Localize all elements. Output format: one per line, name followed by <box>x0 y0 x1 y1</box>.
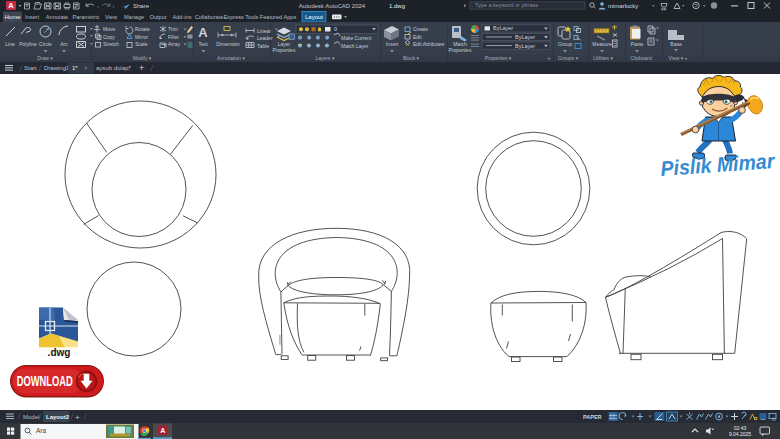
svg-text:Text: Text <box>198 41 208 47</box>
svg-text:A: A <box>198 25 208 40</box>
svg-text:1.dwg: 1.dwg <box>389 3 405 9</box>
svg-text:Utilities ▾: Utilities ▾ <box>593 55 614 61</box>
svg-text:Autodesk AutoCAD 2024: Autodesk AutoCAD 2024 <box>299 3 366 9</box>
svg-text:Ara: Ara <box>36 427 47 434</box>
svg-text:Parametric: Parametric <box>72 14 99 20</box>
svg-text:Clipboard: Clipboard <box>630 55 652 61</box>
svg-text:Fillet: Fillet <box>168 34 179 40</box>
svg-text:Drawing1: Drawing1 <box>44 65 70 71</box>
svg-text:+: + <box>75 413 80 422</box>
svg-text:Circle: Circle <box>39 41 52 47</box>
svg-text:Move: Move <box>103 26 115 32</box>
svg-text:Measure: Measure <box>592 41 612 47</box>
svg-text:Properties: Properties <box>449 47 472 53</box>
svg-text:Array: Array <box>168 41 180 47</box>
svg-text:»: » <box>548 55 551 61</box>
svg-text:Manage: Manage <box>124 14 144 20</box>
svg-text:Scale: Scale <box>135 41 148 47</box>
svg-text:ByLayer: ByLayer <box>493 25 513 31</box>
svg-text:View ▾ »: View ▾ » <box>669 55 688 61</box>
svg-text:Copy: Copy <box>103 34 115 40</box>
svg-text:aysub dolap*: aysub dolap* <box>96 65 131 71</box>
svg-text:Layout2: Layout2 <box>46 414 70 420</box>
svg-text:Leader: Leader <box>257 35 273 41</box>
svg-text:Base: Base <box>670 41 682 47</box>
svg-text:ByLayer: ByLayer <box>515 34 535 40</box>
svg-text:Type a keyword or phrase: Type a keyword or phrase <box>475 2 538 8</box>
svg-text:A: A <box>160 427 165 434</box>
svg-text:+: + <box>139 63 144 73</box>
svg-text:Home: Home <box>4 14 21 20</box>
svg-text:Model: Model <box>23 414 39 420</box>
svg-text:View: View <box>105 14 118 20</box>
svg-text:Dimension: Dimension <box>216 41 240 47</box>
svg-text:Edit Attributes: Edit Attributes <box>413 41 444 47</box>
svg-text:Properties: Properties <box>273 47 296 53</box>
svg-text:Line: Line <box>5 41 15 47</box>
svg-text:Add-ins: Add-ins <box>173 14 192 20</box>
svg-text:Draw ▾: Draw ▾ <box>37 55 53 61</box>
svg-text:Table: Table <box>257 43 269 49</box>
svg-text:Paste: Paste <box>631 41 644 47</box>
svg-text:Properties ▾: Properties ▾ <box>485 55 512 61</box>
svg-text:Modify ▾: Modify ▾ <box>133 55 152 61</box>
svg-text:1*: 1* <box>72 65 78 71</box>
svg-text:Arc: Arc <box>60 41 68 47</box>
svg-text:Collaborate: Collaborate <box>195 14 224 20</box>
svg-text:9.04.2025: 9.04.2025 <box>729 431 751 437</box>
svg-text:Rotate: Rotate <box>135 26 150 32</box>
svg-text:Start: Start <box>24 65 37 71</box>
svg-text:Share: Share <box>133 3 150 9</box>
svg-text:Mirror: Mirror <box>135 34 148 40</box>
svg-text:Create: Create <box>413 26 428 32</box>
svg-text:.dwg: .dwg <box>48 347 71 358</box>
svg-text:Trim: Trim <box>168 26 178 32</box>
svg-text:Featured Apps: Featured Apps <box>260 14 297 20</box>
svg-text:Insert: Insert <box>386 41 399 47</box>
svg-text:Stretch: Stretch <box>103 41 119 47</box>
svg-text:Express Tools: Express Tools <box>224 14 259 20</box>
svg-text:Match Layer: Match Layer <box>341 43 369 49</box>
svg-text:Make Current: Make Current <box>341 35 372 41</box>
svg-text:A: A <box>8 1 14 10</box>
svg-text:?: ? <box>695 3 698 9</box>
svg-text:Annotate: Annotate <box>46 14 68 20</box>
svg-text:mimarlucky: mimarlucky <box>608 3 638 9</box>
svg-text:0: 0 <box>334 26 337 32</box>
svg-text:ByLayer: ByLayer <box>515 43 535 49</box>
svg-text:DOWNLOAD: DOWNLOAD <box>17 373 73 389</box>
svg-text:Group: Group <box>558 41 572 47</box>
svg-text:Insert: Insert <box>25 14 39 20</box>
svg-text:×: × <box>84 65 88 71</box>
svg-text:Layout: Layout <box>305 14 323 20</box>
svg-text:Edit: Edit <box>413 34 422 40</box>
svg-text:Annotation ▾: Annotation ▾ <box>217 55 245 61</box>
svg-text:Block ▾: Block ▾ <box>403 55 420 61</box>
svg-text:Layers ▾: Layers ▾ <box>316 55 335 61</box>
svg-text:Polyline: Polyline <box>19 41 37 47</box>
svg-text:Groups ▾: Groups ▾ <box>558 55 579 61</box>
svg-text:Output: Output <box>150 14 167 20</box>
svg-text:Linear: Linear <box>257 28 271 34</box>
svg-text:PAPER: PAPER <box>583 414 602 420</box>
